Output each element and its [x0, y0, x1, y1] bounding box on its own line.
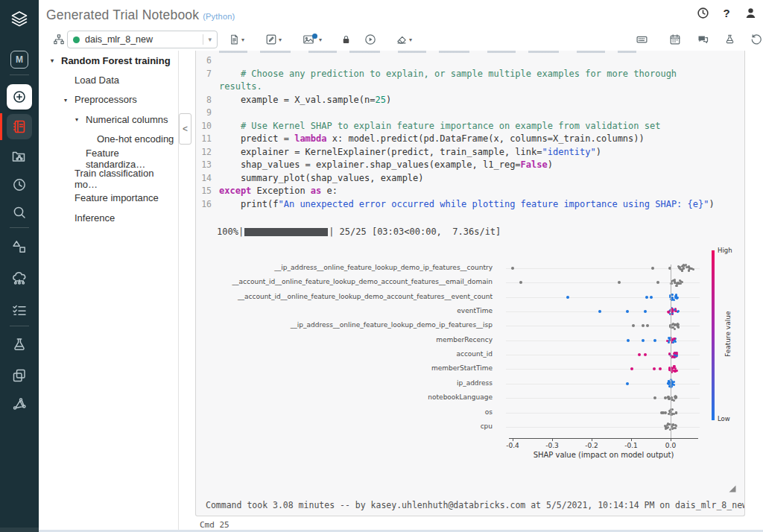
- shap-point: [668, 398, 671, 400]
- shap-point: [674, 282, 677, 284]
- shap-point: [668, 340, 670, 342]
- help-question-icon[interactable]: ?: [720, 6, 733, 19]
- schedule-calendar-icon[interactable]: [668, 33, 682, 46]
- lock-icon[interactable]: [339, 33, 352, 46]
- sidebar-divider: [10, 75, 29, 75]
- toc-caret-icon[interactable]: ▾: [75, 116, 78, 123]
- shap-point: [678, 266, 680, 268]
- run-play-icon[interactable]: [364, 33, 377, 46]
- shap-point: [671, 425, 673, 428]
- shap-point: [645, 296, 648, 299]
- shap-point: [688, 269, 690, 271]
- file-icon[interactable]: [227, 33, 241, 46]
- shap-point: [673, 356, 675, 358]
- toc-item[interactable]: One-hot encoding: [39, 130, 178, 149]
- toc-item[interactable]: ▾Numerical columns: [39, 110, 178, 129]
- shap-point: [669, 337, 671, 339]
- shap-point: [673, 339, 675, 341]
- recents-clock-icon[interactable]: [0, 170, 39, 200]
- compute-cloud-icon[interactable]: [0, 264, 39, 294]
- chevron-down-icon[interactable]: ▾: [409, 37, 412, 43]
- keyboard-icon[interactable]: [635, 33, 648, 46]
- models-icon[interactable]: [0, 361, 39, 390]
- toc-collapse-button[interactable]: <: [179, 113, 191, 145]
- revision-history-icon[interactable]: [750, 33, 763, 46]
- page-title: Generated Trial Notebook(Python): [46, 7, 235, 23]
- version-history-clock-icon[interactable]: [696, 6, 709, 19]
- toc-item[interactable]: Load Data: [39, 70, 178, 89]
- cluster-selector[interactable]: dais_mlr_8_new ▾: [67, 31, 218, 48]
- account-person-icon[interactable]: [744, 6, 757, 19]
- shap-point: [675, 355, 677, 357]
- image-icon[interactable]: [302, 33, 315, 46]
- experiments-flask-icon[interactable]: [0, 330, 39, 360]
- progress-stats: | 25/25 [03:03<00:00, 7.36s/it]: [329, 227, 501, 237]
- chevron-down-icon[interactable]: ▾: [208, 36, 212, 43]
- shap-point: [678, 267, 680, 269]
- toc-caret-icon[interactable]: ▾: [64, 97, 67, 104]
- shap-point: [679, 279, 681, 282]
- shap-point: [677, 326, 679, 328]
- shap-point: [673, 381, 675, 383]
- toc-item-label: Load Data: [75, 75, 119, 86]
- shap-point: [668, 368, 671, 370]
- toc-item[interactable]: ▾Random Forest training: [39, 51, 178, 70]
- data-icon[interactable]: [0, 232, 39, 262]
- shap-point: [675, 294, 677, 297]
- search-icon[interactable]: [0, 197, 39, 227]
- shap-point: [669, 324, 671, 326]
- code-line: results.: [196, 80, 744, 94]
- shap-point: [668, 410, 671, 412]
- shap-point: [669, 385, 671, 387]
- chevron-down-icon[interactable]: ▾: [319, 37, 322, 43]
- shap-point: [666, 427, 668, 429]
- chevron-down-icon[interactable]: ▾: [241, 37, 244, 43]
- job-runs-icon[interactable]: [0, 295, 39, 325]
- shap-point: [630, 367, 633, 370]
- shap-point: [673, 399, 675, 402]
- comments-icon[interactable]: [696, 33, 709, 46]
- shap-point: [677, 311, 679, 313]
- notebook-icon[interactable]: [0, 112, 39, 142]
- create-new-icon[interactable]: [0, 82, 39, 112]
- chevron-down-icon[interactable]: ▾: [279, 37, 282, 43]
- shap-point: [674, 324, 676, 326]
- toc-caret-icon[interactable]: ▾: [51, 57, 54, 64]
- toc-item[interactable]: ▾Preprocessors: [39, 90, 178, 110]
- shap-point: [668, 413, 670, 415]
- progress-indicator: 100%|| 25/25 [03:03<00:00, 7.36s/it]: [217, 227, 501, 237]
- resize-handle-icon[interactable]: [728, 483, 737, 492]
- shap-point: [646, 324, 649, 327]
- code-editor[interactable]: 67 # Choose any prediction to explain, o…: [196, 54, 744, 211]
- shap-point: [670, 383, 672, 385]
- shap-point: [674, 355, 677, 357]
- experiment-flask-icon[interactable]: [723, 33, 736, 46]
- workspace-icon[interactable]: M: [0, 45, 39, 75]
- shap-point: [668, 396, 670, 398]
- toc-item[interactable]: Inference: [39, 208, 178, 227]
- toc-item[interactable]: Feature importance: [39, 189, 178, 208]
- shap-point: [671, 399, 673, 401]
- shap-point: [674, 339, 676, 341]
- shap-point: [668, 381, 670, 383]
- line-number: 7: [196, 68, 212, 81]
- shap-point: [664, 396, 667, 399]
- cluster-status-dot: [73, 37, 80, 43]
- shap-point: [674, 352, 677, 355]
- feature-store-icon[interactable]: [0, 390, 39, 419]
- shap-point: [668, 423, 670, 425]
- shap-point: [669, 325, 671, 327]
- shap-point: [680, 268, 682, 270]
- toc-item[interactable]: Train classification mo…: [39, 168, 178, 188]
- edit-icon[interactable]: [265, 33, 278, 46]
- toc-panel: ▾Random Forest trainingLoad Data▾Preproc…: [39, 51, 179, 532]
- command-status: Command took 3.08 minutes -- by kasey.uh…: [206, 500, 745, 510]
- shap-point: [668, 338, 671, 340]
- repos-icon[interactable]: [0, 142, 39, 171]
- toc-item[interactable]: Feature standardiza…: [39, 149, 178, 168]
- clear-eraser-icon[interactable]: [395, 33, 408, 46]
- toc-item-label: Inference: [75, 212, 115, 224]
- shap-point: [671, 307, 673, 309]
- notebook-cell[interactable]: 67 # Choose any prediction to explain, o…: [195, 51, 745, 516]
- databricks-logo-icon[interactable]: [0, 4, 39, 34]
